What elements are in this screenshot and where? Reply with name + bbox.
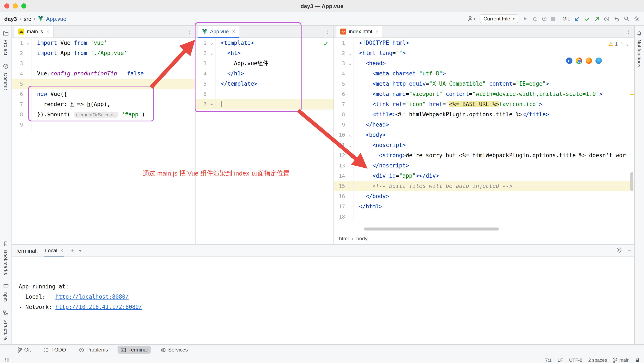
code-line[interactable]: 7 <link rel="icon" href="<%= BASE_URL %>…	[334, 99, 634, 110]
new-terminal-icon[interactable]: +	[70, 247, 74, 254]
fold-marker[interactable]	[347, 150, 354, 160]
close-icon[interactable]: ×	[46, 28, 50, 34]
line-number[interactable]: 6	[196, 89, 208, 99]
breadcrumb-body[interactable]: body	[356, 236, 367, 242]
code-line[interactable]: 5 <meta http-equiv="X-UA-Compatible" con…	[334, 79, 634, 89]
warning-stripe-mark[interactable]	[630, 94, 634, 95]
close-icon[interactable]: ×	[232, 28, 235, 34]
git-commit-icon[interactable]	[584, 16, 590, 22]
code-line[interactable]: 6 <meta name="viewport" content="width=d…	[334, 89, 634, 99]
code-line[interactable]: 8 <title><%= htmlWebpackPlugin.options.t…	[334, 110, 634, 120]
debug-button[interactable]	[532, 16, 538, 22]
line-number[interactable]: 11	[334, 140, 347, 150]
code-line[interactable]: 3 App.vue组件	[196, 58, 334, 68]
code-line[interactable]: 3	[12, 58, 195, 68]
fold-marker[interactable]	[347, 212, 354, 222]
run-marker-icon[interactable]: ▶	[208, 99, 215, 110]
fold-marker[interactable]: ⌄	[25, 38, 32, 48]
rollback-icon[interactable]	[614, 16, 619, 22]
terminal-output[interactable]: App running at:- Local: http://localhost…	[12, 257, 634, 344]
line-number[interactable]: 7	[334, 99, 347, 110]
git-push-icon[interactable]	[594, 16, 600, 22]
code-line[interactable]: 5</template>	[196, 79, 334, 89]
fold-marker[interactable]	[208, 68, 215, 79]
code-editor-appvue[interactable]: 1⌄<template>2⌄ <h1>3 App.vue组件4 </h1>5</…	[196, 38, 334, 110]
code-line[interactable]: 15 <!-- built files will be auto injecte…	[334, 181, 634, 191]
fold-marker[interactable]	[25, 110, 32, 120]
firefox-browser-icon[interactable]	[586, 58, 592, 64]
write-lock-icon[interactable]	[636, 358, 640, 362]
code-line[interactable]: 4 </h1>	[196, 68, 334, 79]
fold-marker[interactable]	[347, 68, 354, 79]
line-number[interactable]: 1	[12, 38, 25, 48]
code-line[interactable]: 1⌄<template>	[196, 38, 334, 48]
fold-marker[interactable]	[25, 120, 32, 130]
line-number[interactable]: 1	[334, 38, 347, 48]
fold-marker[interactable]	[347, 202, 354, 212]
run-configuration-select[interactable]: Current File▾	[480, 14, 518, 23]
line-number[interactable]: 6	[12, 89, 25, 99]
line-number[interactable]: 15	[334, 181, 347, 191]
fold-marker[interactable]	[347, 191, 354, 202]
fold-marker[interactable]	[25, 68, 32, 79]
safari-browser-icon[interactable]	[596, 58, 602, 64]
chevron-down-icon[interactable]: ▾	[79, 248, 81, 253]
toolwindow-git-button[interactable]: Git	[14, 346, 34, 354]
line-number[interactable]: 1	[196, 38, 208, 48]
toolwindow-todo-button[interactable]: TODO	[41, 346, 69, 354]
toolwindow-terminal-button[interactable]: Terminal	[118, 346, 151, 354]
fold-marker[interactable]: ⌄	[25, 89, 32, 99]
fold-marker[interactable]	[347, 99, 354, 110]
line-number[interactable]: 5	[12, 79, 25, 89]
code-line[interactable]: 6	[196, 89, 334, 99]
sidebar-item-structure[interactable]: Structure	[3, 310, 8, 340]
code-line[interactable]: 16 </body>	[334, 191, 634, 202]
search-icon[interactable]	[624, 16, 630, 22]
breadcrumb-project[interactable]: day3	[4, 16, 17, 22]
code-line[interactable]: 18	[334, 212, 634, 222]
tool-window-layout-icon[interactable]	[4, 358, 9, 362]
hide-terminal-icon[interactable]: −	[628, 247, 631, 254]
code-line[interactable]: 9 </head>	[334, 120, 634, 130]
code-editor-indexhtml[interactable]: 1<!DOCTYPE html>2⌄<html lang="">3⌄ <head…	[334, 38, 634, 222]
history-icon[interactable]	[604, 16, 610, 22]
next-problem-icon[interactable]: ⌄	[626, 42, 629, 46]
code-line[interactable]: 10⌄ <body>	[334, 130, 634, 140]
prev-problem-icon[interactable]: ⌃	[620, 42, 623, 46]
fold-marker[interactable]	[25, 99, 32, 110]
line-number[interactable]: 2	[12, 48, 25, 58]
fold-marker[interactable]	[347, 38, 354, 48]
code-line[interactable]: 11⌄ <noscript>	[334, 140, 634, 150]
toolwindow-problems-button[interactable]: Problems	[76, 346, 111, 354]
line-number[interactable]: 3	[12, 58, 25, 68]
ie-browser-icon[interactable]: e	[566, 58, 572, 64]
tab-indexhtml[interactable]: <> index.html ×	[336, 26, 383, 37]
code-line[interactable]: 8}).$mount( elementOrSelector: '#app')	[12, 110, 195, 120]
code-line[interactable]: 4 <meta charset="utf-8">	[334, 68, 634, 79]
breadcrumb-file[interactable]: App.vue	[46, 16, 66, 22]
close-icon[interactable]: ×	[376, 28, 378, 34]
fold-marker[interactable]	[347, 120, 354, 130]
stop-button[interactable]	[551, 16, 556, 21]
horizontal-scrollbar[interactable]	[364, 228, 499, 230]
line-number[interactable]: 14	[334, 171, 347, 181]
fold-marker[interactable]	[347, 79, 354, 89]
code-line[interactable]: 14 <div id="app"></div>	[334, 171, 634, 181]
fold-marker[interactable]	[25, 48, 32, 58]
caret-position[interactable]: 7:1	[545, 358, 552, 362]
code-line[interactable]: 5	[12, 79, 195, 89]
more-options-icon[interactable]: ⋮	[325, 28, 330, 35]
fold-marker[interactable]: ⌄	[347, 48, 354, 58]
fold-marker[interactable]	[347, 110, 354, 120]
fold-marker[interactable]: ⌄	[208, 38, 215, 48]
sidebar-item-notifications[interactable]: Notifications	[637, 30, 642, 67]
terminal-tab-local[interactable]: Local ×	[44, 245, 64, 256]
fold-marker[interactable]	[25, 79, 32, 89]
fold-marker[interactable]: ⌄	[208, 48, 215, 58]
code-line[interactable]: 6⌄new Vue({	[12, 89, 195, 99]
code-line[interactable]: 1⌄import Vue from 'vue'	[12, 38, 195, 48]
terminal-settings-gear-icon[interactable]	[616, 247, 622, 254]
code-line[interactable]: 1<!DOCTYPE html>	[334, 38, 634, 48]
line-number[interactable]: 2	[196, 48, 208, 58]
line-number[interactable]: 3	[334, 58, 347, 68]
